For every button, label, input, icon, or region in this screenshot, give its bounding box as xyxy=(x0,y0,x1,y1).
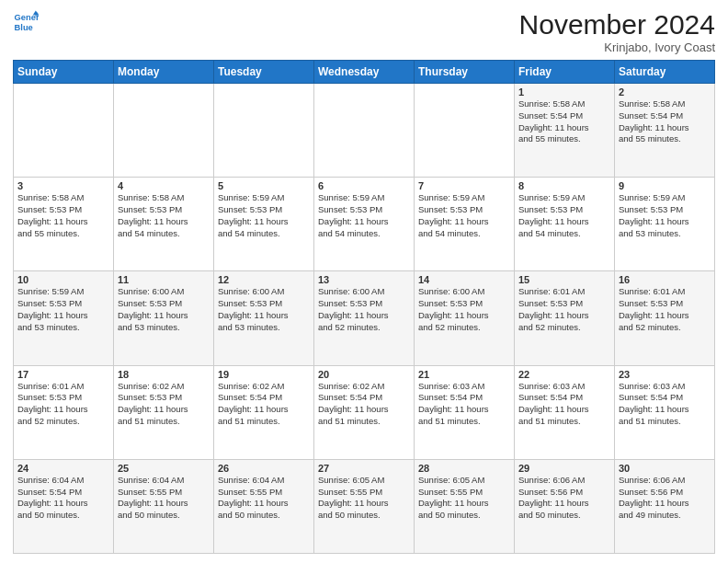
day-cell: 27Sunrise: 6:05 AM Sunset: 5:55 PM Dayli… xyxy=(314,459,415,553)
day-number: 4 xyxy=(118,180,210,191)
title-block: November 2024 Krinjabo, Ivory Coast xyxy=(519,9,715,54)
day-number: 12 xyxy=(218,274,310,285)
day-number: 28 xyxy=(418,463,510,474)
day-info: Sunrise: 6:06 AM Sunset: 5:56 PM Dayligh… xyxy=(619,475,711,522)
day-cell: 7Sunrise: 5:59 AM Sunset: 5:53 PM Daylig… xyxy=(415,178,515,271)
day-info: Sunrise: 6:02 AM Sunset: 5:54 PM Dayligh… xyxy=(218,381,310,428)
month-title: November 2024 xyxy=(519,9,715,40)
day-cell: 15Sunrise: 6:01 AM Sunset: 5:53 PM Dayli… xyxy=(515,271,615,365)
weekday-header-thursday: Thursday xyxy=(415,61,515,84)
day-info: Sunrise: 6:04 AM Sunset: 5:54 PM Dayligh… xyxy=(17,475,109,522)
day-number: 19 xyxy=(218,369,310,380)
day-info: Sunrise: 6:04 AM Sunset: 5:55 PM Dayligh… xyxy=(118,475,210,522)
day-number: 16 xyxy=(619,274,711,285)
day-number: 6 xyxy=(318,180,410,191)
day-info: Sunrise: 5:59 AM Sunset: 5:53 PM Dayligh… xyxy=(17,286,109,333)
day-cell: 18Sunrise: 6:02 AM Sunset: 5:53 PM Dayli… xyxy=(114,365,214,459)
location: Krinjabo, Ivory Coast xyxy=(519,40,715,54)
day-info: Sunrise: 6:05 AM Sunset: 5:55 PM Dayligh… xyxy=(418,475,510,522)
day-info: Sunrise: 6:00 AM Sunset: 5:53 PM Dayligh… xyxy=(118,286,210,333)
day-cell xyxy=(14,84,114,178)
week-row-2: 3Sunrise: 5:58 AM Sunset: 5:53 PM Daylig… xyxy=(14,178,715,271)
day-number: 13 xyxy=(318,274,410,285)
day-info: Sunrise: 5:59 AM Sunset: 5:53 PM Dayligh… xyxy=(418,192,510,239)
day-cell: 10Sunrise: 5:59 AM Sunset: 5:53 PM Dayli… xyxy=(14,271,114,365)
svg-text:Blue: Blue xyxy=(15,23,33,32)
day-cell: 2Sunrise: 5:58 AM Sunset: 5:54 PM Daylig… xyxy=(615,84,715,178)
day-info: Sunrise: 6:02 AM Sunset: 5:53 PM Dayligh… xyxy=(118,381,210,428)
day-cell xyxy=(415,84,515,178)
day-number: 22 xyxy=(518,369,610,380)
day-info: Sunrise: 6:00 AM Sunset: 5:53 PM Dayligh… xyxy=(318,286,410,333)
day-number: 25 xyxy=(118,463,210,474)
day-cell: 8Sunrise: 5:59 AM Sunset: 5:53 PM Daylig… xyxy=(515,178,615,271)
day-cell: 29Sunrise: 6:06 AM Sunset: 5:56 PM Dayli… xyxy=(515,459,615,553)
day-number: 23 xyxy=(619,369,711,380)
calendar-table: SundayMondayTuesdayWednesdayThursdayFrid… xyxy=(13,60,715,554)
day-number: 30 xyxy=(619,463,711,474)
day-cell: 20Sunrise: 6:02 AM Sunset: 5:54 PM Dayli… xyxy=(314,365,415,459)
day-info: Sunrise: 5:58 AM Sunset: 5:53 PM Dayligh… xyxy=(118,192,210,239)
day-number: 7 xyxy=(418,180,510,191)
day-info: Sunrise: 6:01 AM Sunset: 5:53 PM Dayligh… xyxy=(619,286,711,333)
day-info: Sunrise: 5:58 AM Sunset: 5:54 PM Dayligh… xyxy=(619,98,711,145)
day-cell: 1Sunrise: 5:58 AM Sunset: 5:54 PM Daylig… xyxy=(515,84,615,178)
day-cell xyxy=(314,84,415,178)
logo-icon: General Blue xyxy=(13,9,39,35)
day-number: 11 xyxy=(118,274,210,285)
day-cell: 23Sunrise: 6:03 AM Sunset: 5:54 PM Dayli… xyxy=(615,365,715,459)
day-cell: 12Sunrise: 6:00 AM Sunset: 5:53 PM Dayli… xyxy=(214,271,314,365)
day-cell: 6Sunrise: 5:59 AM Sunset: 5:53 PM Daylig… xyxy=(314,178,415,271)
day-cell: 3Sunrise: 5:58 AM Sunset: 5:53 PM Daylig… xyxy=(14,178,114,271)
day-number: 27 xyxy=(318,463,410,474)
day-info: Sunrise: 6:06 AM Sunset: 5:56 PM Dayligh… xyxy=(518,475,610,522)
week-row-3: 10Sunrise: 5:59 AM Sunset: 5:53 PM Dayli… xyxy=(14,271,715,365)
day-number: 15 xyxy=(518,274,610,285)
day-info: Sunrise: 6:02 AM Sunset: 5:54 PM Dayligh… xyxy=(318,381,410,428)
day-cell: 24Sunrise: 6:04 AM Sunset: 5:54 PM Dayli… xyxy=(14,459,114,553)
day-info: Sunrise: 5:59 AM Sunset: 5:53 PM Dayligh… xyxy=(318,192,410,239)
day-number: 10 xyxy=(17,274,109,285)
day-number: 17 xyxy=(17,369,109,380)
day-cell: 22Sunrise: 6:03 AM Sunset: 5:54 PM Dayli… xyxy=(515,365,615,459)
weekday-header-tuesday: Tuesday xyxy=(214,61,314,84)
day-cell: 26Sunrise: 6:04 AM Sunset: 5:55 PM Dayli… xyxy=(214,459,314,553)
day-number: 2 xyxy=(619,86,711,98)
day-info: Sunrise: 5:58 AM Sunset: 5:53 PM Dayligh… xyxy=(17,192,109,239)
page-container: General Blue November 2024 Krinjabo, Ivo… xyxy=(0,0,728,563)
week-row-5: 24Sunrise: 6:04 AM Sunset: 5:54 PM Dayli… xyxy=(14,459,715,553)
day-cell xyxy=(114,84,214,178)
day-info: Sunrise: 6:04 AM Sunset: 5:55 PM Dayligh… xyxy=(218,475,310,522)
weekday-header-wednesday: Wednesday xyxy=(314,61,415,84)
day-info: Sunrise: 6:00 AM Sunset: 5:53 PM Dayligh… xyxy=(418,286,510,333)
day-cell xyxy=(214,84,314,178)
header: General Blue November 2024 Krinjabo, Ivo… xyxy=(13,9,715,54)
day-cell: 19Sunrise: 6:02 AM Sunset: 5:54 PM Dayli… xyxy=(214,365,314,459)
day-number: 18 xyxy=(118,369,210,380)
day-info: Sunrise: 6:03 AM Sunset: 5:54 PM Dayligh… xyxy=(619,381,711,428)
day-info: Sunrise: 6:00 AM Sunset: 5:53 PM Dayligh… xyxy=(218,286,310,333)
day-number: 21 xyxy=(418,369,510,380)
day-number: 29 xyxy=(518,463,610,474)
day-info: Sunrise: 6:03 AM Sunset: 5:54 PM Dayligh… xyxy=(518,381,610,428)
day-info: Sunrise: 5:59 AM Sunset: 5:53 PM Dayligh… xyxy=(218,192,310,239)
day-number: 20 xyxy=(318,369,410,380)
day-number: 24 xyxy=(17,463,109,474)
day-info: Sunrise: 6:01 AM Sunset: 5:53 PM Dayligh… xyxy=(17,381,109,428)
day-number: 1 xyxy=(518,86,610,98)
day-info: Sunrise: 6:05 AM Sunset: 5:55 PM Dayligh… xyxy=(318,475,410,522)
weekday-header-sunday: Sunday xyxy=(14,61,114,84)
day-cell: 5Sunrise: 5:59 AM Sunset: 5:53 PM Daylig… xyxy=(214,178,314,271)
day-cell: 25Sunrise: 6:04 AM Sunset: 5:55 PM Dayli… xyxy=(114,459,214,553)
day-number: 9 xyxy=(619,180,711,191)
day-info: Sunrise: 6:03 AM Sunset: 5:54 PM Dayligh… xyxy=(418,381,510,428)
day-number: 14 xyxy=(418,274,510,285)
day-cell: 11Sunrise: 6:00 AM Sunset: 5:53 PM Dayli… xyxy=(114,271,214,365)
weekday-header-friday: Friday xyxy=(515,61,615,84)
day-cell: 13Sunrise: 6:00 AM Sunset: 5:53 PM Dayli… xyxy=(314,271,415,365)
day-info: Sunrise: 5:59 AM Sunset: 5:53 PM Dayligh… xyxy=(619,192,711,239)
day-info: Sunrise: 6:01 AM Sunset: 5:53 PM Dayligh… xyxy=(518,286,610,333)
week-row-4: 17Sunrise: 6:01 AM Sunset: 5:53 PM Dayli… xyxy=(14,365,715,459)
weekday-header-row: SundayMondayTuesdayWednesdayThursdayFrid… xyxy=(14,61,715,84)
day-cell: 30Sunrise: 6:06 AM Sunset: 5:56 PM Dayli… xyxy=(615,459,715,553)
